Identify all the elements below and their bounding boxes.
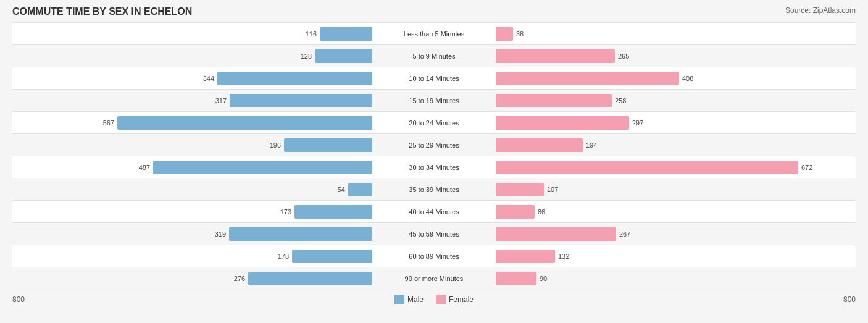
legend-female-label: Female bbox=[449, 295, 474, 304]
male-value: 128 bbox=[294, 52, 312, 60]
row-label: 15 to 19 Minutes bbox=[372, 97, 496, 104]
chart-row: 19625 to 29 Minutes194 bbox=[12, 133, 856, 156]
male-bar bbox=[294, 205, 372, 219]
male-bar bbox=[315, 49, 372, 63]
scale-right: 800 bbox=[843, 295, 856, 304]
female-value: 107 bbox=[547, 186, 564, 193]
scale-left: 800 bbox=[12, 295, 25, 304]
chart-header: COMMUTE TIME BY SEX IN ECHELON Source: Z… bbox=[12, 6, 856, 17]
male-bar bbox=[230, 94, 372, 107]
female-bar bbox=[496, 183, 544, 196]
row-label: 45 to 59 Minutes bbox=[372, 230, 496, 238]
chart-row: 31715 to 19 Minutes258 bbox=[12, 89, 856, 111]
female-value: 86 bbox=[538, 208, 555, 216]
chart-row: 48730 to 34 Minutes672 bbox=[12, 156, 856, 178]
row-label: 30 to 34 Minutes bbox=[372, 164, 496, 171]
female-value: 38 bbox=[516, 30, 533, 38]
male-value: 196 bbox=[264, 141, 281, 149]
female-value: 258 bbox=[615, 97, 632, 104]
female-value: 267 bbox=[619, 230, 636, 238]
male-value: 487 bbox=[133, 164, 150, 171]
male-bar bbox=[217, 72, 372, 85]
female-value: 672 bbox=[801, 164, 819, 171]
male-value: 116 bbox=[299, 30, 317, 38]
chart-row: 27690 or more Minutes90 bbox=[12, 267, 856, 289]
chart-row: 116Less than 5 Minutes38 bbox=[12, 22, 856, 44]
female-value: 297 bbox=[632, 119, 649, 127]
row-label: 10 to 14 Minutes bbox=[372, 75, 496, 82]
chart-row: 1285 to 9 Minutes265 bbox=[12, 44, 856, 67]
male-bar bbox=[348, 183, 372, 196]
male-value: 178 bbox=[272, 253, 289, 260]
chart-container: COMMUTE TIME BY SEX IN ECHELON Source: Z… bbox=[12, 6, 856, 307]
legend-male-label: Male bbox=[407, 295, 424, 304]
male-bar bbox=[153, 161, 372, 174]
row-label: Less than 5 Minutes bbox=[372, 30, 496, 38]
female-bar bbox=[496, 272, 536, 285]
female-bar bbox=[496, 161, 798, 174]
chart-row: 17340 to 44 Minutes86 bbox=[12, 200, 856, 222]
male-value: 317 bbox=[209, 97, 227, 104]
row-label: 60 to 89 Minutes bbox=[372, 253, 496, 260]
male-bar bbox=[248, 272, 372, 285]
row-label: 25 to 29 Minutes bbox=[372, 141, 496, 149]
male-bar bbox=[320, 27, 372, 41]
legend-male-box bbox=[394, 295, 404, 304]
female-value: 265 bbox=[618, 52, 635, 60]
female-bar bbox=[496, 250, 555, 263]
male-bar bbox=[117, 116, 372, 130]
female-value: 408 bbox=[682, 75, 699, 82]
male-bar bbox=[292, 250, 372, 263]
chart-row: 5435 to 39 Minutes107 bbox=[12, 178, 856, 200]
female-bar bbox=[496, 72, 679, 85]
female-bar bbox=[496, 94, 612, 107]
female-bar bbox=[496, 49, 615, 63]
chart-row: 17860 to 89 Minutes132 bbox=[12, 245, 856, 267]
chart-rows: 116Less than 5 Minutes381285 to 9 Minute… bbox=[12, 22, 856, 289]
female-value: 132 bbox=[558, 253, 575, 260]
chart-footer: 800 Male Female 800 bbox=[12, 292, 856, 307]
row-label: 35 to 39 Minutes bbox=[372, 186, 496, 193]
female-bar bbox=[496, 227, 616, 241]
legend-female-box bbox=[436, 295, 446, 304]
female-bar bbox=[496, 138, 583, 152]
row-label: 5 to 9 Minutes bbox=[372, 52, 496, 60]
male-bar bbox=[229, 227, 372, 241]
chart-row: 34410 to 14 Minutes408 bbox=[12, 67, 856, 89]
male-value: 276 bbox=[228, 275, 245, 282]
legend-female: Female bbox=[436, 295, 474, 304]
legend-male: Male bbox=[394, 295, 424, 304]
female-bar bbox=[496, 27, 513, 41]
male-bar bbox=[284, 138, 372, 152]
male-value: 344 bbox=[197, 75, 214, 82]
male-value: 173 bbox=[274, 208, 291, 216]
male-value: 567 bbox=[97, 119, 114, 127]
chart-title: COMMUTE TIME BY SEX IN ECHELON bbox=[12, 6, 192, 17]
chart-source: Source: ZipAtlas.com bbox=[785, 6, 856, 15]
row-label: 20 to 24 Minutes bbox=[372, 119, 496, 127]
chart-row: 31945 to 59 Minutes267 bbox=[12, 222, 856, 245]
chart-row: 56720 to 24 Minutes297 bbox=[12, 111, 856, 133]
row-label: 90 or more Minutes bbox=[372, 275, 496, 282]
female-value: 194 bbox=[586, 141, 603, 149]
row-label: 40 to 44 Minutes bbox=[372, 208, 496, 216]
female-bar bbox=[496, 116, 629, 130]
male-value: 319 bbox=[209, 230, 226, 238]
legend: Male Female bbox=[394, 295, 474, 304]
male-value: 54 bbox=[328, 186, 345, 193]
female-value: 90 bbox=[540, 275, 557, 282]
female-bar bbox=[496, 205, 535, 219]
